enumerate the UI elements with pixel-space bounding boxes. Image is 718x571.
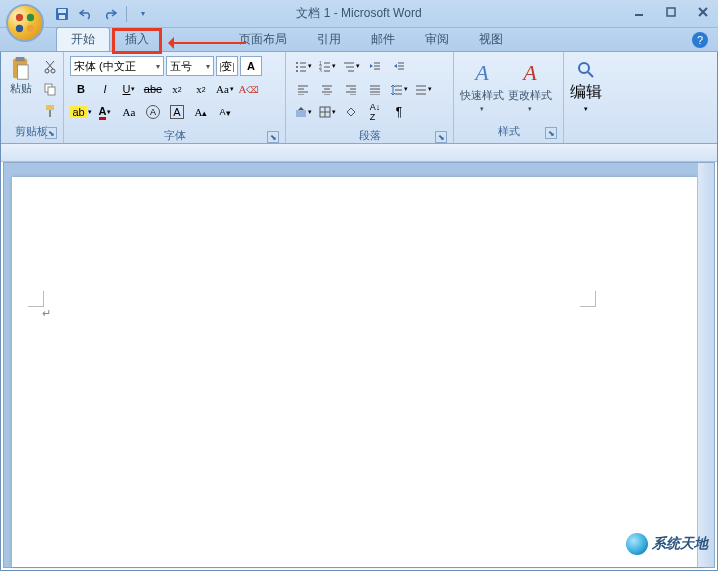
paragraph-mark-icon: ↵: [42, 307, 51, 320]
svg-rect-19: [48, 87, 55, 95]
styles-label: 样式: [498, 125, 520, 137]
svg-rect-6: [59, 15, 65, 19]
tab-page-layout-visible[interactable]: 页面布局: [224, 27, 302, 51]
watermark-text: 系统天地: [652, 535, 708, 553]
horizontal-ruler[interactable]: [0, 144, 718, 162]
font-family-combo[interactable]: 宋体 (中文正▾: [70, 56, 164, 76]
asian-layout-button[interactable]: [340, 102, 362, 122]
shading-button[interactable]: [292, 102, 314, 122]
help-button[interactable]: ?: [692, 32, 708, 48]
subscript-button[interactable]: x2: [166, 79, 188, 99]
bold-button[interactable]: B: [70, 79, 92, 99]
quick-styles-label: 快速样式: [460, 88, 504, 103]
font-color-button[interactable]: A: [94, 102, 116, 122]
change-styles-label: 更改样式: [508, 88, 552, 103]
change-styles-button[interactable]: A 更改样式 ▾: [506, 54, 554, 118]
copy-button[interactable]: [40, 80, 60, 98]
borders-button[interactable]: [316, 102, 338, 122]
paragraph-launcher[interactable]: ⬊: [435, 131, 447, 143]
tab-home[interactable]: 开始: [56, 27, 110, 51]
numbering-button[interactable]: 123: [316, 56, 338, 76]
clipboard-launcher[interactable]: ⬊: [45, 127, 57, 139]
change-case-button[interactable]: Aa: [214, 79, 236, 99]
svg-rect-5: [58, 9, 66, 13]
font-size-combo[interactable]: 五号▾: [166, 56, 214, 76]
align-left-button[interactable]: [292, 79, 314, 99]
sort-button[interactable]: A↓Z: [364, 102, 386, 122]
character-scaling-button[interactable]: Aa: [118, 102, 140, 122]
distributed-button[interactable]: [412, 79, 434, 99]
document-area: ↵: [3, 162, 715, 568]
tab-mailings[interactable]: 邮件: [356, 27, 410, 51]
close-button[interactable]: [694, 4, 712, 20]
svg-rect-65: [296, 110, 306, 117]
svg-point-0: [16, 14, 23, 21]
grow-font-small-button[interactable]: A▴: [190, 102, 212, 122]
paragraph-label: 段落: [359, 129, 381, 141]
bullets-button[interactable]: [292, 56, 314, 76]
clear-formatting-button[interactable]: A⌫: [238, 79, 260, 99]
paste-button[interactable]: 粘贴: [6, 56, 36, 96]
document-page[interactable]: ↵: [12, 177, 704, 567]
highlight-button[interactable]: ab: [70, 102, 92, 122]
shrink-font-button[interactable]: A▾: [214, 102, 236, 122]
redo-button[interactable]: [100, 4, 120, 24]
styles-launcher[interactable]: ⬊: [545, 127, 557, 139]
ribbon: 粘贴 剪贴板⬊ 宋体 (中文正▾ 五号▾ |变| A B I U a: [0, 52, 718, 144]
margin-marker-top-left: [28, 291, 44, 307]
title-bar: ▾ 文档 1 - Microsoft Word: [0, 0, 718, 28]
svg-point-3: [27, 25, 34, 32]
underline-button[interactable]: U: [118, 79, 140, 99]
italic-button[interactable]: I: [94, 79, 116, 99]
tab-insert[interactable]: 插入: [110, 27, 164, 51]
qat-divider: [126, 6, 127, 22]
quick-access-toolbar: ▾: [52, 4, 153, 24]
character-border-button[interactable]: A: [166, 102, 188, 122]
find-button[interactable]: 编辑 ▾: [568, 54, 604, 118]
annotation-arrow: [172, 42, 246, 44]
font-launcher[interactable]: ⬊: [267, 131, 279, 143]
svg-line-17: [46, 61, 53, 69]
quick-styles-button[interactable]: A 快速样式 ▾: [458, 54, 506, 118]
margin-marker-top-right: [580, 291, 596, 307]
office-button[interactable]: [6, 4, 44, 42]
enclose-characters-button[interactable]: A: [142, 102, 164, 122]
tab-references[interactable]: 引用: [302, 27, 356, 51]
cut-button[interactable]: [40, 58, 60, 76]
group-paragraph: 123 A↓Z ¶ 段落⬊: [286, 52, 454, 143]
format-painter-button[interactable]: [40, 102, 60, 120]
strikethrough-button[interactable]: abe: [142, 79, 164, 99]
font-family-value: 宋体 (中文正: [74, 59, 136, 74]
globe-icon: [626, 533, 648, 555]
phonetic-guide-button[interactable]: |变|: [216, 56, 238, 76]
watermark: 系统天地: [626, 533, 708, 555]
grow-font-button[interactable]: A: [240, 56, 262, 76]
justify-button[interactable]: [364, 79, 386, 99]
clipboard-label: 剪贴板: [15, 125, 48, 137]
undo-button[interactable]: [76, 4, 96, 24]
save-button[interactable]: [52, 4, 72, 24]
tab-view[interactable]: 视图: [464, 27, 518, 51]
svg-rect-20: [46, 105, 54, 110]
align-right-button[interactable]: [340, 79, 362, 99]
maximize-button[interactable]: [662, 4, 680, 20]
minimize-button[interactable]: [630, 4, 648, 20]
superscript-button[interactable]: x2: [190, 79, 212, 99]
qat-customize-button[interactable]: ▾: [133, 4, 153, 24]
svg-point-24: [296, 66, 298, 68]
vertical-scrollbar[interactable]: [697, 163, 714, 567]
show-paragraph-marks-button[interactable]: ¶: [388, 102, 410, 122]
multilevel-list-button[interactable]: [340, 56, 362, 76]
group-styles: A 快速样式 ▾ A 更改样式 ▾ 样式⬊: [454, 52, 564, 143]
line-spacing-button[interactable]: [388, 79, 410, 99]
align-center-button[interactable]: [316, 79, 338, 99]
svg-text:3: 3: [319, 68, 322, 72]
ribbon-tabs: 开始 插入 页面布局 页面布局 引用 邮件 审阅 视图 ?: [0, 28, 718, 52]
font-size-value: 五号: [170, 59, 192, 74]
editing-label: 编辑: [570, 82, 602, 103]
decrease-indent-button[interactable]: [364, 56, 386, 76]
tab-review[interactable]: 审阅: [410, 27, 464, 51]
group-editing: 编辑 ▾: [564, 52, 608, 143]
svg-point-2: [16, 25, 23, 32]
increase-indent-button[interactable]: [388, 56, 410, 76]
